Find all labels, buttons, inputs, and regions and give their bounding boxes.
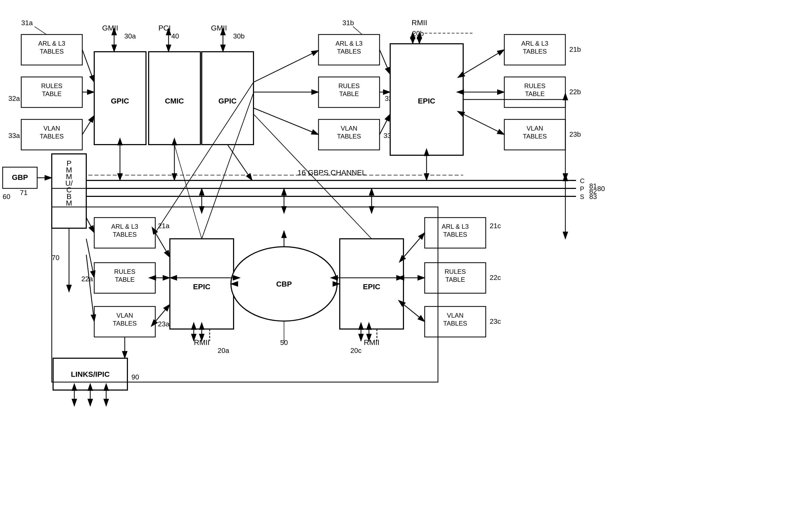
ref-21c: 21c (490, 222, 501, 230)
svg-line-9 (82, 115, 94, 134)
ref-80: 80 (597, 185, 605, 193)
ref-71: 71 (20, 189, 27, 196)
vlan-23a-1: VLAN (116, 312, 133, 319)
arl-l3-21a-2: TABLES (113, 231, 137, 238)
ref-33a: 33a (8, 132, 20, 139)
ref-23c: 23c (490, 317, 501, 325)
arl-l3-21a-1: ARL & L3 (111, 223, 138, 230)
ref-21b: 21b (569, 45, 581, 53)
svg-line-31 (86, 239, 94, 278)
ref-20c: 20c (350, 346, 361, 355)
rules-22a-1: RULES (114, 268, 135, 275)
vlan-23c-2: TABLES (443, 320, 467, 327)
channel-label: 16 GBPS CHANNEL (298, 169, 366, 177)
ref-20b: 20b (412, 30, 424, 37)
svg-line-22 (463, 114, 504, 134)
cbp-label: CBP (276, 280, 292, 288)
vlan-23b-2: TABLES (523, 133, 547, 140)
gmii-30a-label: GMII (102, 24, 118, 32)
epic-br-label: EPIC (363, 283, 380, 291)
arl-l3-label-a2: TABLES (40, 48, 64, 55)
vlan-b2: TABLES (337, 133, 361, 140)
gpic-a-label: GPIC (111, 97, 129, 105)
rules-22c-1: RULES (445, 268, 466, 275)
label-s: S (580, 193, 584, 200)
epic-top-label: EPIC (418, 97, 435, 105)
arl-l3-b1: ARL & L3 (335, 40, 362, 47)
svg-line-29 (155, 304, 170, 322)
ref-23b: 23b (569, 130, 581, 138)
rules-b2: TABLE (339, 90, 359, 97)
arl-l3-label-a1: ARL & L3 (38, 40, 65, 47)
links-ipic-label: LINKS/IPIC (71, 370, 110, 378)
svg-line-42 (404, 304, 425, 322)
svg-line-59 (174, 145, 202, 239)
rules-b1: RULES (338, 82, 360, 90)
ref-40: 40 (171, 32, 179, 40)
ref-30b: 30b (233, 32, 244, 40)
rules-22b-2: TABLE (525, 90, 545, 97)
ref-23a: 23a (158, 320, 170, 328)
svg-line-16 (254, 108, 318, 134)
ref-22b: 22b (569, 88, 581, 96)
arl-l3-21b-2: TABLES (523, 48, 547, 55)
cmic-label: CMIC (165, 97, 184, 105)
svg-line-17 (379, 50, 390, 74)
rmii-20b-label: RMII (411, 19, 427, 27)
vlan-23b-1: VLAN (527, 125, 543, 132)
epic-bl-label: EPIC (193, 283, 210, 291)
arl-l3-21c-1: ARL & L3 (442, 223, 469, 230)
vlan-b1: VLAN (341, 125, 357, 132)
arl-l3-21b-1: ARL & L3 (521, 40, 548, 47)
gpic-b-label: GPIC (219, 97, 237, 105)
arl-l3-b2: TABLES (337, 48, 361, 55)
svg-line-20 (463, 50, 504, 74)
vlan-23c-1: VLAN (447, 312, 464, 319)
svg-line-14 (254, 51, 318, 82)
ref-31a: 31a (21, 19, 33, 27)
vlan-label-a1: VLAN (43, 125, 60, 132)
label-c: C (580, 177, 584, 185)
pmmu-m3: M (66, 199, 72, 207)
ref-60: 60 (3, 193, 10, 201)
ref-32a: 32a (8, 94, 20, 102)
ref-22a: 22a (81, 275, 93, 283)
ref-31b: 31b (342, 19, 354, 27)
svg-line-30 (86, 217, 94, 233)
label-p: P (580, 185, 584, 192)
ref-30a: 30a (124, 32, 136, 40)
rules-22b-1: RULES (524, 82, 545, 90)
arl-l3-21c-2: TABLES (443, 231, 467, 238)
ref-70: 70 (52, 254, 59, 262)
svg-line-32 (86, 255, 94, 322)
ref-83: 83 (589, 193, 597, 201)
vlan-label-a2: TABLES (40, 133, 64, 140)
vlan-23a-2: TABLES (113, 320, 137, 327)
rules-22a-2: TABLE (115, 276, 134, 283)
svg-line-27 (155, 233, 170, 258)
gmii-30b-label: GMII (211, 24, 227, 32)
architecture-diagram: 31a ARL & L3 TABLES RULES TABLE 32a VLAN… (0, 0, 800, 532)
rules-22c-2: TABLE (445, 276, 465, 283)
rules-label-a1: RULES (41, 82, 62, 90)
gbp-label: GBP (12, 173, 28, 182)
svg-line-40 (404, 233, 425, 258)
svg-line-3 (35, 26, 46, 35)
ref-90: 90 (131, 373, 139, 381)
pci-label: PCI (159, 24, 171, 32)
ref-22c: 22c (490, 273, 501, 282)
svg-line-7 (82, 50, 94, 82)
rules-label-a2: TABLE (42, 90, 61, 97)
ref-20a: 20a (218, 346, 229, 355)
